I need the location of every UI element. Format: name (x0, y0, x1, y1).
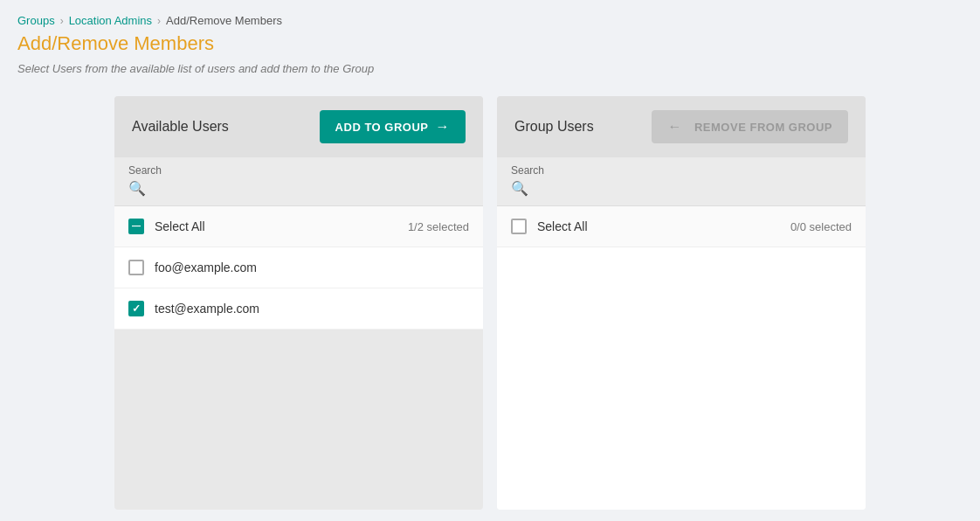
arrow-right-icon (436, 119, 451, 135)
available-user-row[interactable]: test@example.com (114, 288, 483, 330)
available-users-panel: Available Users ADD TO GROUP Search 🔍 Se… (114, 96, 483, 510)
available-select-all-checkbox[interactable] (128, 219, 144, 234)
group-users-list: Select All 0/0 selected (497, 206, 866, 510)
group-panel-header: Group Users REMOVE FROM GROUP (497, 96, 866, 157)
available-user-row[interactable]: foo@example.com (114, 247, 483, 288)
group-select-all-label: Select All (537, 219, 790, 233)
arrow-left-icon (667, 119, 687, 135)
available-user-email-0: foo@example.com (155, 260, 257, 274)
group-selected-count: 0/0 selected (790, 220, 852, 233)
available-panel-header: Available Users ADD TO GROUP (114, 96, 483, 157)
group-users-empty (497, 247, 866, 510)
available-users-rows: foo@example.comtest@example.com (114, 247, 483, 330)
group-users-panel: Group Users REMOVE FROM GROUP Search 🔍 S… (497, 96, 866, 510)
available-panel-title: Available Users (132, 119, 229, 135)
group-panel-title: Group Users (514, 119, 594, 135)
breadcrumb-location-admins-link[interactable]: Location Admins (69, 14, 152, 27)
available-users-list: Select All 1/2 selected foo@example.comt… (114, 206, 483, 330)
available-selected-count: 1/2 selected (408, 220, 469, 233)
breadcrumb-separator-2: › (157, 15, 161, 27)
remove-from-group-button[interactable]: REMOVE FROM GROUP (652, 110, 848, 143)
available-search-label: Search (128, 164, 469, 177)
available-search-icon[interactable]: 🔍 (128, 180, 146, 197)
add-to-group-button[interactable]: ADD TO GROUP (320, 110, 466, 143)
available-select-all-row[interactable]: Select All 1/2 selected (114, 206, 483, 247)
breadcrumb-current: Add/Remove Members (166, 14, 282, 27)
group-search-label: Search (511, 164, 852, 177)
available-user-checkbox-0[interactable] (128, 260, 144, 275)
group-search-area: Search 🔍 (497, 157, 866, 206)
available-select-all-label: Select All (155, 219, 408, 233)
group-search-icon[interactable]: 🔍 (511, 180, 528, 197)
available-search-area: Search 🔍 (114, 157, 483, 206)
panels-container: Available Users ADD TO GROUP Search 🔍 Se… (114, 96, 866, 510)
group-select-all-row[interactable]: Select All 0/0 selected (497, 206, 866, 247)
group-select-all-checkbox[interactable] (511, 219, 527, 234)
breadcrumb-separator-1: › (60, 15, 64, 27)
page-subtitle: Select Users from the available list of … (17, 62, 963, 75)
breadcrumb-groups-link[interactable]: Groups (17, 14, 55, 27)
available-user-checkbox-1[interactable] (128, 301, 144, 316)
page-title: Add/Remove Members (17, 32, 963, 55)
breadcrumb: Groups › Location Admins › Add/Remove Me… (17, 14, 963, 27)
available-user-email-1: test@example.com (155, 302, 259, 316)
